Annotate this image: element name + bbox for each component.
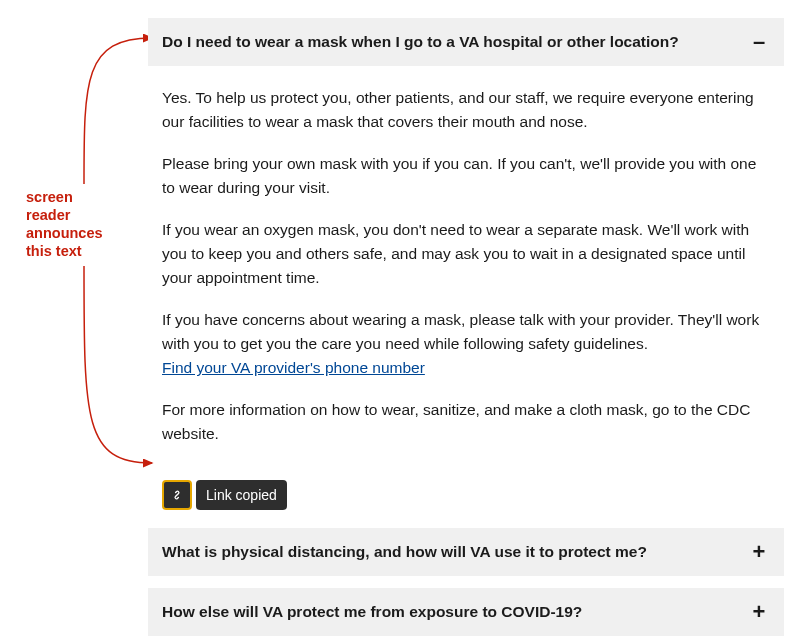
body-paragraph: For more information on how to wear, san… — [162, 398, 770, 446]
body-paragraph: Please bring your own mask with you if y… — [162, 152, 770, 200]
body-text: If you have concerns about wearing a mas… — [162, 311, 759, 352]
body-paragraph: Yes. To help us protect you, other patie… — [162, 86, 770, 134]
link-copied-badge: Link copied — [196, 480, 287, 510]
screen-reader-annotation: screen reader announces this text — [26, 188, 116, 261]
minus-icon: – — [750, 31, 768, 53]
accordion-title: What is physical distancing, and how wil… — [162, 543, 647, 561]
accordion-item-exposure: How else will VA protect me from exposur… — [148, 588, 784, 636]
accordion-header-distancing[interactable]: What is physical distancing, and how wil… — [148, 528, 784, 576]
accordion-list: Do I need to wear a mask when I go to a … — [148, 18, 784, 637]
accordion-title: How else will VA protect me from exposur… — [162, 603, 582, 621]
provider-phone-link[interactable]: Find your VA provider's phone number — [162, 359, 425, 376]
accordion-item-mask: Do I need to wear a mask when I go to a … — [148, 18, 784, 510]
accordion-title: Do I need to wear a mask when I go to a … — [162, 33, 679, 51]
link-copy-row: Link copied — [162, 480, 784, 510]
body-paragraph: If you wear an oxygen mask, you don't ne… — [162, 218, 770, 290]
plus-icon: + — [750, 601, 768, 623]
accordion-item-distancing: What is physical distancing, and how wil… — [148, 528, 784, 576]
accordion-body-mask: Yes. To help us protect you, other patie… — [148, 66, 784, 470]
link-icon — [169, 487, 185, 503]
accordion-header-mask[interactable]: Do I need to wear a mask when I go to a … — [148, 18, 784, 66]
copy-link-button[interactable] — [162, 480, 192, 510]
accordion-header-exposure[interactable]: How else will VA protect me from exposur… — [148, 588, 784, 636]
body-paragraph: If you have concerns about wearing a mas… — [162, 308, 770, 380]
plus-icon: + — [750, 541, 768, 563]
